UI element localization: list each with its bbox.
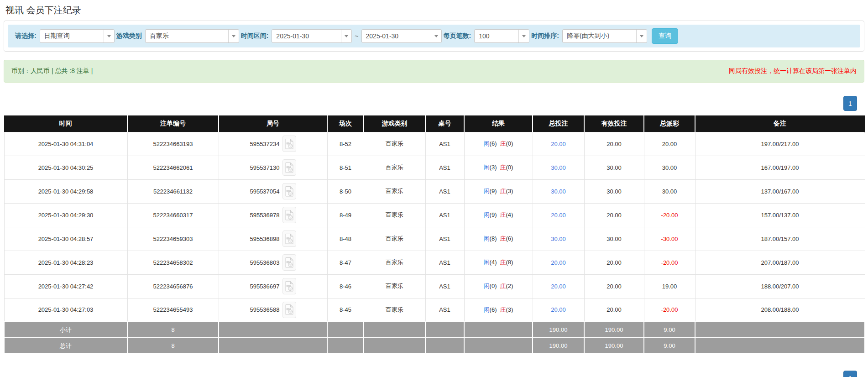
total-bet-link[interactable]: 30.00 [551, 236, 566, 242]
cell-payout: -20.00 [644, 203, 695, 227]
result-banker-score: (0) [506, 140, 513, 147]
page-size-dropdown[interactable]: 100 [474, 29, 529, 43]
cell-game: 百家乐 [364, 251, 425, 274]
cell-valid-bet: 20.00 [584, 298, 644, 322]
total-bet-link[interactable]: 20.00 [551, 212, 566, 219]
video-replay-icon[interactable] [282, 159, 296, 176]
subtotal-label: 小计 [4, 322, 127, 338]
video-replay-icon[interactable] [282, 302, 296, 318]
result-player-label: 闲 [484, 283, 490, 289]
result-player-score: (8) [490, 235, 497, 242]
time-sort-dropdown[interactable]: 降幂(由大到小) [562, 29, 647, 43]
cell-remark: 167.00/197.00 [695, 156, 865, 179]
table-row: 2025-01-30 04:28:57 522234659303 5955368… [4, 227, 865, 251]
cell-session: 8-50 [327, 179, 364, 203]
cell-session: 8-47 [327, 251, 364, 274]
video-replay-icon[interactable] [282, 136, 296, 152]
total-bet-link[interactable]: 20.00 [551, 306, 566, 313]
col-bet-id: 注单编号 [127, 115, 219, 132]
cell-valid-bet: 20.00 [584, 203, 644, 227]
total-bet-link[interactable]: 20.00 [551, 141, 566, 147]
cell-result: 闲(6)庄(3) [464, 298, 533, 322]
cell-round-id: 595536697 [219, 274, 327, 298]
page-1-button[interactable]: 1 [843, 96, 857, 111]
col-payout: 总派彩 [644, 115, 695, 132]
round-id-text: 595536898 [250, 236, 279, 242]
total-label: 总计 [4, 338, 127, 354]
page-title: 视讯 会员下注纪录 [5, 4, 868, 16]
game-category-dropdown[interactable]: 百家乐 [145, 29, 239, 43]
cell-table-no: AS1 [425, 251, 464, 274]
currency-total-text: 币别：人民币 | 总共 :8 注单 | [11, 67, 93, 75]
video-replay-icon[interactable] [282, 254, 296, 271]
video-replay-icon[interactable] [282, 183, 296, 199]
result-banker-label: 庄 [500, 164, 506, 171]
query-button[interactable]: 查询 [652, 28, 678, 44]
round-id-text: 595537130 [250, 164, 279, 171]
col-session: 场次 [327, 115, 364, 132]
caret-down-icon[interactable] [518, 30, 529, 42]
cell-bet-id: 522234656876 [127, 274, 219, 298]
cell-remark: 157.00/137.00 [695, 203, 865, 227]
caret-down-icon[interactable] [431, 30, 441, 42]
cell-remark: 197.00/217.00 [695, 132, 865, 156]
caret-down-icon[interactable] [228, 30, 239, 42]
cell-total-bet: 20.00 [533, 203, 584, 227]
total-total-bet: 190.00 [533, 338, 584, 354]
total-row: 总计 8 190.00 190.00 9.00 [4, 338, 865, 354]
total-count: 8 [127, 338, 219, 354]
cell-result: 闲(3)庄(0) [464, 156, 533, 179]
cell-result: 闲(0)庄(2) [464, 274, 533, 298]
caret-down-icon[interactable] [104, 30, 114, 42]
cell-table-no: AS1 [425, 274, 464, 298]
cell-bet-id: 522234655493 [127, 298, 219, 322]
date-from-dropdown[interactable]: 2025-01-30 [272, 29, 352, 43]
table-row: 2025-01-30 04:31:04 522234663193 5955372… [4, 132, 865, 156]
page-1-button[interactable]: 1 [843, 371, 857, 377]
cell-remark: 188.00/207.00 [695, 274, 865, 298]
cell-round-id: 595536588 [219, 298, 327, 322]
video-replay-icon[interactable] [282, 278, 296, 294]
caret-down-icon[interactable] [636, 30, 647, 42]
cell-table-no: AS1 [425, 156, 464, 179]
cell-payout: 30.00 [644, 156, 695, 179]
total-bet-link[interactable]: 20.00 [551, 259, 566, 266]
cell-game: 百家乐 [364, 132, 425, 156]
valid-bet-notice-text: 同局有效投注，统一计算在该局第一张注单内 [729, 67, 857, 75]
cell-payout: 20.00 [644, 132, 695, 156]
result-banker-score: (3) [506, 188, 513, 194]
total-bet-link[interactable]: 20.00 [551, 283, 566, 290]
cell-time: 2025-01-30 04:27:03 [4, 298, 127, 322]
bet-records-table: 时间 注单编号 局号 场次 游戏类别 桌号 结果 总投注 有效投注 总派彩 备注… [4, 115, 865, 354]
result-player-score: (6) [490, 306, 497, 313]
result-banker-label: 庄 [500, 259, 506, 266]
result-banker-score: (4) [506, 211, 513, 218]
video-replay-icon[interactable] [282, 207, 296, 223]
result-player-score: (9) [490, 188, 497, 194]
subtotal-valid-bet: 190.00 [584, 322, 644, 338]
video-replay-icon[interactable] [282, 230, 296, 247]
cell-payout: -20.00 [644, 298, 695, 322]
total-bet-link[interactable]: 30.00 [551, 188, 566, 195]
cell-total-bet: 30.00 [533, 179, 584, 203]
caret-down-icon[interactable] [341, 30, 351, 42]
round-id-text: 595536803 [250, 259, 279, 266]
cell-table-no: AS1 [425, 203, 464, 227]
cell-time: 2025-01-30 04:27:42 [4, 274, 127, 298]
cell-round-id: 595536803 [219, 251, 327, 274]
table-body: 2025-01-30 04:31:04 522234663193 5955372… [4, 132, 865, 322]
result-player-score: (3) [490, 164, 497, 171]
query-type-value: 日期查询 [40, 30, 104, 42]
cell-round-id: 595537054 [219, 179, 327, 203]
cell-remark: 207.00/187.00 [695, 251, 865, 274]
result-banker-label: 庄 [500, 188, 506, 194]
time-sort-label: 时间排序: [531, 32, 559, 40]
cell-time: 2025-01-30 04:28:23 [4, 251, 127, 274]
total-bet-link[interactable]: 30.00 [551, 164, 566, 171]
result-banker-label: 庄 [500, 211, 506, 218]
round-id-text: 595536978 [250, 212, 279, 219]
query-type-dropdown[interactable]: 日期查询 [40, 29, 115, 43]
game-category-value: 百家乐 [146, 30, 228, 42]
date-to-dropdown[interactable]: 2025-01-30 [361, 29, 442, 43]
cell-valid-bet: 30.00 [584, 179, 644, 203]
